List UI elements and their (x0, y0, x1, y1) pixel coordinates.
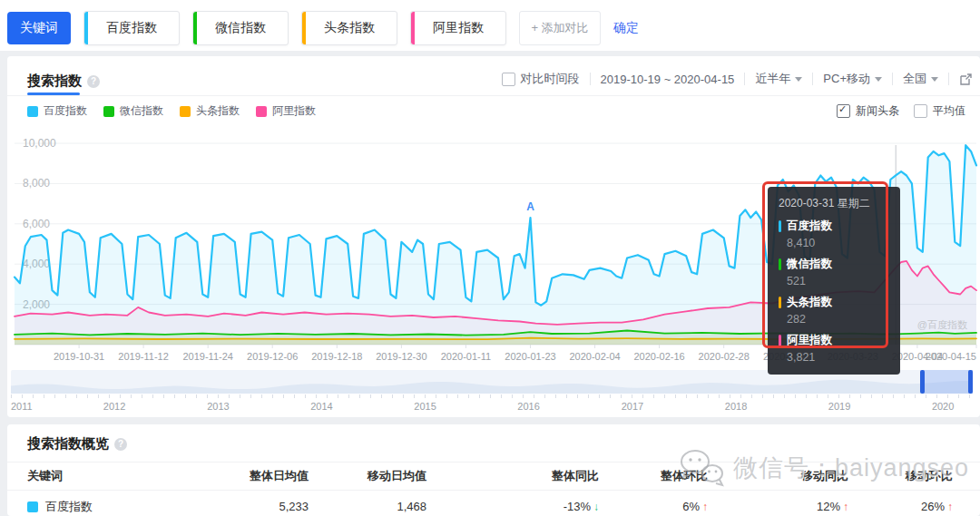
y-tick-label: 8,000 (23, 177, 50, 190)
x-tick-label: 2020-02-16 (633, 351, 684, 362)
slider-tick-marks (11, 394, 973, 398)
series-color-bar (779, 220, 781, 232)
chart-watermark: @百度指数 (917, 319, 967, 330)
x-tick-label: 2019-11-24 (182, 351, 232, 362)
col-overall-yoy: 整体同比 (426, 468, 599, 484)
x-tick-label: 2020-04-15 (926, 351, 976, 362)
keyword-box-ali[interactable]: 阿里指数 (410, 11, 506, 45)
x-tick-label: 2020-01-23 (505, 351, 555, 362)
keyword-toolbar: 关键词 百度指数 微信指数 头条指数 阿里指数 + 添加对比 确定 (7, 11, 639, 45)
x-tick-label: 2019-11-12 (118, 351, 168, 362)
keyword-button[interactable]: 关键词 (7, 12, 71, 44)
up-arrow-icon: ↑ (947, 501, 953, 513)
x-tick-label: 2019-12-30 (376, 351, 426, 362)
keyword-label: 头条指数 (324, 20, 375, 36)
tooltip-series-name: 微信指数 (779, 257, 889, 272)
overall-avg-value: 5,233 (209, 500, 309, 513)
overall-yoy-value: -13%↓ (426, 500, 599, 513)
year-label: 2018 (725, 401, 747, 412)
col-overall-avg: 整体日均值 (209, 468, 309, 484)
keyword-box-baidu[interactable]: 百度指数 (83, 11, 180, 45)
x-tick-label: 2020-01-11 (441, 351, 491, 362)
row-keyword-cell: 百度指数 (27, 499, 209, 515)
year-label: 2013 (207, 401, 229, 412)
chart-tooltip: 2020-03-31 星期二 百度指数 8,410 微信指数 521 头条指数 … (768, 187, 900, 375)
x-tick-label: 2020-02-04 (569, 351, 620, 362)
keyword-color-bar (84, 12, 88, 44)
baidu-index-page: { "colors":{"primary":"#2268f2","baidu":… (0, 0, 980, 516)
overview-header-row: 关键词 整体日均值 移动日均值 整体同比 整体环比 移动同比 移动环比 (7, 462, 980, 491)
keyword-box-wechat[interactable]: 微信指数 (192, 11, 289, 45)
y-tick-label: 6,000 (23, 218, 50, 230)
slider-selection[interactable] (922, 370, 973, 394)
tooltip-series-name: 阿里指数 (779, 333, 889, 348)
col-mobile-yoy: 移动同比 (708, 468, 848, 484)
tooltip-series-name: 百度指数 (779, 219, 889, 234)
series-color-bar (779, 258, 781, 270)
col-mobile-avg: 移动日均值 (309, 468, 426, 484)
tooltip-series-name: 头条指数 (779, 295, 889, 310)
series-color-bar (779, 297, 781, 308)
tooltip-series-value: 8,410 (787, 237, 889, 249)
mobile-yoy-value: 12%↑ (708, 500, 848, 513)
table-row[interactable]: 百度指数 5,233 1,468 -13%↓ 6%↑ 12%↑ 26%↑ (7, 491, 980, 516)
y-tick-label: 10,000 (23, 137, 56, 150)
col-overall-mom: 整体环比 (599, 468, 708, 484)
tooltip-series-value: 282 (787, 313, 889, 326)
news-marker-a: A (526, 200, 534, 213)
col-keyword: 关键词 (27, 468, 209, 484)
help-icon[interactable]: ? (114, 438, 127, 451)
keyword-color-bar (411, 12, 415, 44)
keyword-label: 阿里指数 (433, 20, 484, 36)
overview-card: 搜索指数概览 ? 关键词 整体日均值 移动日均值 整体同比 整体环比 移动同比 … (7, 424, 980, 516)
keyword-label: 百度指数 (106, 20, 157, 36)
overview-title: 搜索指数概览 ? (7, 424, 980, 462)
overall-mom-value: 6%↑ (599, 500, 708, 513)
year-label: 2014 (310, 401, 332, 412)
tooltip-date: 2020-03-31 星期二 (779, 196, 889, 211)
add-compare-button[interactable]: + 添加对比 (519, 11, 601, 45)
keyword-color-bar (193, 12, 197, 44)
tooltip-series-value: 3,821 (787, 351, 889, 364)
year-label: 2015 (414, 401, 436, 412)
year-label: 2011 (11, 401, 33, 412)
tooltip-series-value: 521 (787, 275, 889, 287)
slider-handle-right[interactable] (968, 370, 973, 394)
year-label: 2020 (932, 401, 954, 412)
keyword-swatch (27, 501, 38, 512)
year-label: 2012 (103, 401, 125, 412)
keyword-box-toutiao[interactable]: 头条指数 (301, 11, 397, 45)
x-tick-label: 2019-12-06 (247, 351, 298, 362)
year-label: 2019 (828, 401, 850, 412)
x-tick-label: 2019-12-18 (311, 351, 362, 362)
mobile-avg-value: 1,468 (309, 500, 426, 513)
slider-handle-left[interactable] (920, 370, 925, 394)
year-label: 2017 (622, 401, 643, 412)
keyword-color-bar (302, 12, 306, 44)
confirm-button[interactable]: 确定 (613, 20, 639, 36)
mobile-mom-value: 26%↑ (848, 500, 953, 513)
x-tick-label: 2019-10-31 (54, 351, 104, 362)
keyword-label: 微信指数 (215, 20, 266, 36)
col-mobile-mom: 移动环比 (848, 468, 953, 484)
year-label: 2016 (517, 401, 539, 412)
series-color-bar (779, 335, 781, 346)
slider-year-axis: 2011201220132014201520162017201820192020 (11, 401, 973, 414)
x-tick-label: 2020-02-28 (699, 351, 750, 362)
